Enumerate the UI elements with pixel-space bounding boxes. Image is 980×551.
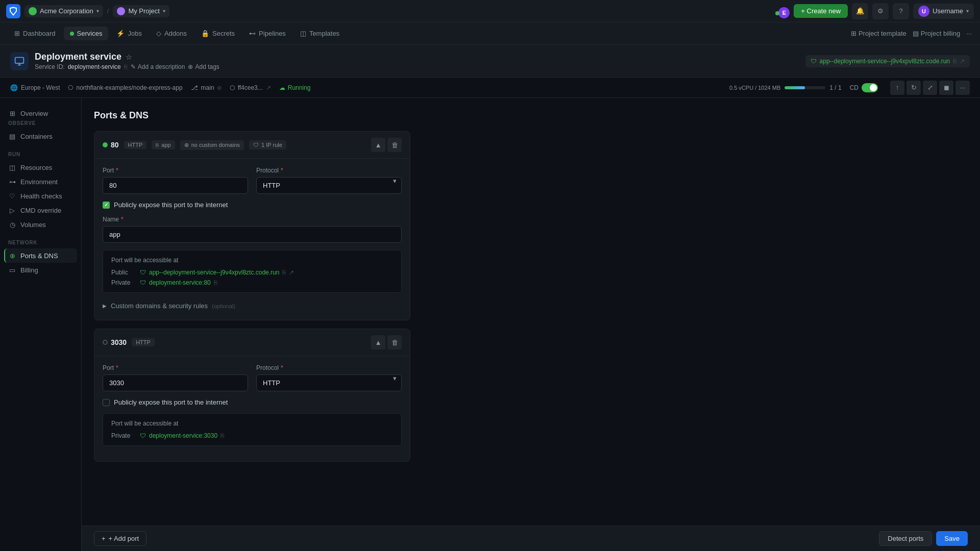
nav-pipelines[interactable]: ⊷ Pipelines — [243, 27, 292, 40]
port-3030-private-value: 🛡 deployment-service:3030 ⎘ — [140, 432, 224, 439]
templates-icon: ◫ — [300, 30, 306, 37]
resources-label: Resources — [20, 164, 52, 171]
service-id-label: Service ID: — [35, 63, 65, 70]
branch-item[interactable]: ⎇ main ◇ — [191, 84, 222, 91]
sidebar-item-cmd-override[interactable]: ▷ CMD override — [4, 203, 77, 217]
pipelines-label: Pipelines — [259, 30, 286, 37]
port-3030-delete-button[interactable]: 🗑 — [387, 335, 402, 349]
sidebar-item-volumes[interactable]: ◷ Volumes — [4, 217, 77, 232]
copy-private-url-icon[interactable]: ⎘ — [214, 279, 217, 286]
sidebar-item-environment[interactable]: ⊶ Environment — [4, 174, 77, 189]
user-menu-button[interactable]: U Username ▾ — [913, 4, 974, 19]
add-description-link[interactable]: ✎ Add a description — [131, 63, 185, 70]
save-button[interactable]: Save — [936, 531, 968, 546]
port-80-collapse-button[interactable]: ▲ — [371, 138, 385, 152]
addons-icon: ◇ — [156, 30, 161, 37]
templates-label: Templates — [309, 30, 339, 37]
port-3030-protocol-select[interactable]: HTTP HTTPS TCP UDP — [256, 374, 402, 391]
refresh-button[interactable]: ↻ — [906, 81, 921, 95]
copy-public-url-icon[interactable]: ⎘ — [282, 269, 286, 276]
project-billing-link[interactable]: ▤ Project billing — [913, 30, 960, 37]
copy-private-3030-url-icon[interactable]: ⎘ — [220, 432, 224, 439]
port-80-public-value: 🛡 app--deployment-service--j9v4xpvl8ztc.… — [140, 269, 294, 276]
copy-url-icon[interactable]: ⎘ — [953, 58, 957, 65]
port-3030-collapse-button[interactable]: ▲ — [371, 335, 385, 349]
overflow-menu-icon[interactable]: ··· — [966, 30, 972, 37]
avatar-wrapper: E — [778, 7, 790, 15]
port-3030-expose-label: Publicly expose this port to the interne… — [114, 398, 228, 406]
region-item[interactable]: 🌐 Europe - West — [10, 84, 60, 91]
cd-toggle-switch[interactable] — [862, 83, 878, 92]
scale-button[interactable]: ⤢ — [923, 81, 937, 95]
commit-item[interactable]: ⬡ ff4cee3... ↗ — [230, 84, 271, 91]
region-label: Europe - West — [21, 84, 60, 91]
settings-button[interactable]: ⚙ — [872, 3, 889, 19]
project-template-link[interactable]: ⊞ Project template — [851, 30, 906, 37]
port-80-name-input[interactable] — [103, 226, 402, 243]
sidebar-item-resources[interactable]: ◫ Resources — [4, 160, 77, 174]
sidebar-item-containers[interactable]: ▤ Containers — [4, 129, 77, 143]
add-port-button[interactable]: + + Add port — [94, 531, 146, 546]
required-mark-2: * — [281, 167, 283, 174]
nav-services[interactable]: Services — [64, 27, 109, 40]
port-80-private-label: Private — [111, 279, 135, 286]
port-80-custom-domains-row[interactable]: ▶ Custom domains & security rules (optio… — [103, 300, 402, 312]
user-avatar: U — [918, 6, 929, 17]
port-card-3030-header: 3030 HTTP ▲ 🗑 — [94, 329, 410, 356]
port-80-expose-label: Publicly expose this port to the interne… — [114, 201, 228, 209]
nav-dashboard[interactable]: ⊞ Dashboard — [8, 27, 62, 40]
sidebar-item-health-checks[interactable]: ♡ Health checks — [4, 189, 77, 203]
cpu-progress-bar — [785, 86, 825, 89]
create-new-button[interactable]: + Create new — [794, 4, 848, 18]
public-url-link[interactable]: 🛡 app--deployment-service--j9v4xpvl8ztc.… — [805, 55, 970, 67]
open-commit-icon[interactable]: ↗ — [266, 84, 271, 91]
required-mark-3: * — [121, 216, 124, 223]
cd-label: CD — [850, 84, 859, 91]
nav-jobs[interactable]: ⚡ Jobs — [110, 27, 148, 40]
port-80-form-row: Port * Protocol * HTTP HTTPS — [103, 167, 402, 194]
containers-icon: ▤ — [8, 132, 16, 140]
repo-item[interactable]: ⎔ northflank-examples/node-express-app — [68, 84, 182, 91]
copy-id-icon[interactable]: ⎘ — [124, 63, 128, 70]
port-3030-number: 3030 — [111, 338, 127, 346]
port-3030-input[interactable] — [103, 374, 248, 391]
avatar: E — [778, 7, 790, 18]
sidebar-item-billing[interactable]: ▭ Billing — [4, 263, 77, 277]
replicas-label: 1 / 1 — [829, 84, 841, 91]
port-80-delete-button[interactable]: 🗑 — [387, 138, 402, 152]
sidebar-item-overview[interactable]: ⊞ Overview — [4, 106, 77, 120]
notifications-button[interactable]: 🔔 — [852, 3, 868, 19]
overflow-button[interactable]: ··· — [955, 81, 970, 95]
breadcrumb-sep-1: / — [107, 7, 109, 15]
nav-templates[interactable]: ◫ Templates — [294, 27, 346, 40]
open-public-url-icon[interactable]: ↗ — [289, 269, 294, 276]
port-80-active-dot — [103, 142, 108, 147]
port-80-protocol-field: Protocol * HTTP HTTPS TCP UDP — [256, 167, 402, 194]
port-3030-expose-checkbox[interactable] — [103, 399, 110, 406]
add-tags-link[interactable]: ⊕ Add tags — [188, 63, 219, 70]
favorite-star-icon[interactable]: ☆ — [126, 53, 132, 61]
help-button[interactable]: ? — [893, 3, 909, 19]
sidebar-item-ports-dns[interactable]: ⊕ Ports & DNS — [4, 248, 77, 263]
action-buttons: ↑ ↻ ⤢ ◼ ··· — [890, 81, 970, 95]
pipelines-icon: ⊷ — [249, 30, 256, 37]
toggle-dot — [870, 84, 877, 91]
port-80-protocol-select[interactable]: HTTP HTTPS TCP UDP — [256, 177, 402, 194]
service-title: Deployment service ☆ — [35, 52, 219, 62]
nav-addons[interactable]: ◇ Addons — [150, 27, 193, 40]
org-breadcrumb[interactable]: Acme Corporation ▾ — [24, 5, 103, 17]
nav-secrets[interactable]: 🔒 Secrets — [195, 27, 241, 40]
network-section: NETWORK ⊕ Ports & DNS ▭ Billing — [4, 240, 77, 277]
upload-button[interactable]: ↑ — [890, 81, 904, 95]
project-breadcrumb[interactable]: My Project ▾ — [113, 5, 169, 17]
port-3030-inactive-dot — [103, 340, 108, 345]
required-mark-5: * — [281, 364, 283, 371]
port-3030-protocol-field: Protocol * HTTP HTTPS TCP UDP — [256, 364, 402, 391]
stop-button[interactable]: ◼ — [939, 81, 953, 95]
services-label: Services — [77, 30, 103, 37]
detect-ports-button[interactable]: Detect ports — [879, 531, 932, 546]
port-80-expose-checkbox[interactable]: ✓ — [103, 202, 110, 209]
port-80-input[interactable] — [103, 177, 248, 194]
observe-section: OBSERVE ▤ Containers — [4, 120, 77, 143]
open-url-icon[interactable]: ↗ — [960, 58, 965, 65]
